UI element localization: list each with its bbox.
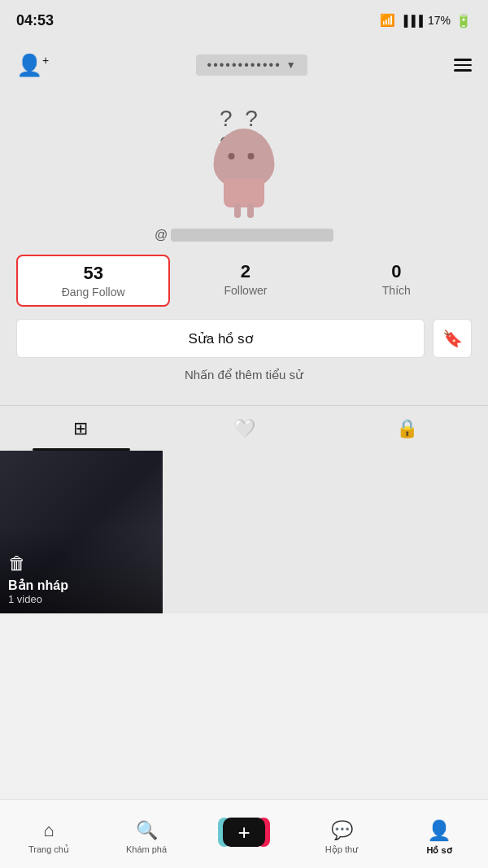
- followers-count: 2: [241, 261, 251, 282]
- video-thumbnail-draft[interactable]: 🗑 Bản nháp 1 video: [0, 451, 163, 613]
- handle-blur: [171, 229, 333, 242]
- add-button-wrap: +: [195, 818, 293, 850]
- signal-icon: ▐▐▐: [400, 15, 423, 27]
- followers-label: Follower: [224, 284, 268, 297]
- bottom-nav: ⌂ Trang chủ 🔍 Khám phá + 💬 Hộp thư 👤 Hồ …: [0, 799, 488, 868]
- menu-icon-line2: [454, 64, 472, 67]
- tabs-row: ⊞ 🤍 🔒: [0, 406, 488, 451]
- action-buttons: Sửa hồ sơ 🔖: [0, 319, 488, 358]
- plus-icon: +: [237, 820, 250, 845]
- chevron-down-icon: ▼: [286, 59, 296, 71]
- username-display: ••••••••••••: [207, 58, 281, 72]
- menu-icon-line1: [454, 59, 472, 61]
- user-handle: @: [155, 228, 333, 242]
- tab-private[interactable]: 🔒: [325, 406, 488, 451]
- stat-followers[interactable]: 2 Follower: [170, 255, 320, 307]
- status-icons: 📶 ▐▐▐ 17% 🔋: [380, 13, 472, 28]
- top-nav: 👤+ •••••••••••• ▼: [0, 41, 488, 89]
- profile-label: Hồ sơ: [426, 845, 451, 856]
- video-overlay: 🗑 Bản nháp 1 video: [0, 529, 163, 613]
- explore-label: Khám phá: [126, 844, 167, 854]
- nav-explore[interactable]: 🔍 Khám phá: [98, 813, 195, 854]
- bookmark-button[interactable]: 🔖: [433, 319, 472, 358]
- username-dropdown[interactable]: •••••••••••• ▼: [196, 55, 307, 76]
- inbox-icon: 💬: [331, 820, 353, 841]
- bookmark-icon: 🔖: [442, 329, 463, 348]
- create-button-inner: +: [223, 818, 265, 847]
- battery-indicator: 17%: [428, 14, 451, 27]
- stat-following[interactable]: 53 Đang Follow: [16, 255, 170, 307]
- draft-count: 1 video: [8, 593, 42, 605]
- inbox-label: Hộp thư: [325, 844, 358, 855]
- tabs-section: ⊞ 🤍 🔒: [0, 405, 488, 451]
- likes-count: 0: [391, 261, 401, 282]
- bio-hint[interactable]: Nhấn để thêm tiểu sử: [185, 368, 303, 382]
- lock-icon: 🔒: [396, 418, 418, 439]
- nav-home[interactable]: ⌂ Trang chủ: [0, 813, 98, 855]
- following-count: 53: [83, 263, 102, 284]
- status-bar: 04:53 📶 ▐▐▐ 17% 🔋: [0, 0, 488, 41]
- tab-videos[interactable]: ⊞: [0, 406, 163, 451]
- following-label: Đang Follow: [62, 286, 125, 299]
- edit-profile-button[interactable]: Sửa hồ sơ: [16, 319, 425, 358]
- tab-liked[interactable]: 🤍: [163, 406, 325, 451]
- avatar: ? ? ?: [195, 106, 293, 212]
- wifi-icon: 📶: [380, 13, 395, 28]
- cartoon-legs: [234, 203, 254, 218]
- stat-likes[interactable]: 0 Thích: [321, 255, 472, 307]
- draft-icon: 🗑: [8, 553, 26, 574]
- profile-icon: 👤: [427, 819, 451, 842]
- add-user-icon: 👤+: [16, 53, 49, 78]
- avatar-area: ? ? ?: [0, 89, 488, 220]
- nav-profile[interactable]: 👤 Hồ sơ: [390, 813, 488, 856]
- status-time: 04:53: [16, 12, 54, 29]
- nav-inbox[interactable]: 💬 Hộp thư: [293, 813, 390, 855]
- search-icon: 🔍: [136, 820, 158, 841]
- draft-label: Bản nháp: [8, 578, 68, 593]
- menu-icon-line3: [454, 69, 472, 72]
- at-symbol: @: [155, 228, 168, 242]
- video-grid: 🗑 Bản nháp 1 video: [0, 451, 488, 613]
- profile-section: ? ? ? @ 53 Đang Follow 2 Follower 0 Thíc…: [0, 89, 488, 405]
- stats-row: 53 Đang Follow 2 Follower 0 Thích: [0, 242, 488, 319]
- battery-icon: 🔋: [455, 13, 472, 28]
- add-user-button[interactable]: 👤+: [16, 53, 49, 78]
- likes-label: Thích: [382, 284, 411, 297]
- create-button[interactable]: +: [223, 818, 265, 847]
- menu-button[interactable]: [454, 59, 472, 72]
- grid-icon: ⊞: [73, 418, 89, 439]
- home-label: Trang chủ: [28, 844, 69, 855]
- home-icon: ⌂: [43, 820, 54, 841]
- liked-icon: 🤍: [233, 418, 255, 439]
